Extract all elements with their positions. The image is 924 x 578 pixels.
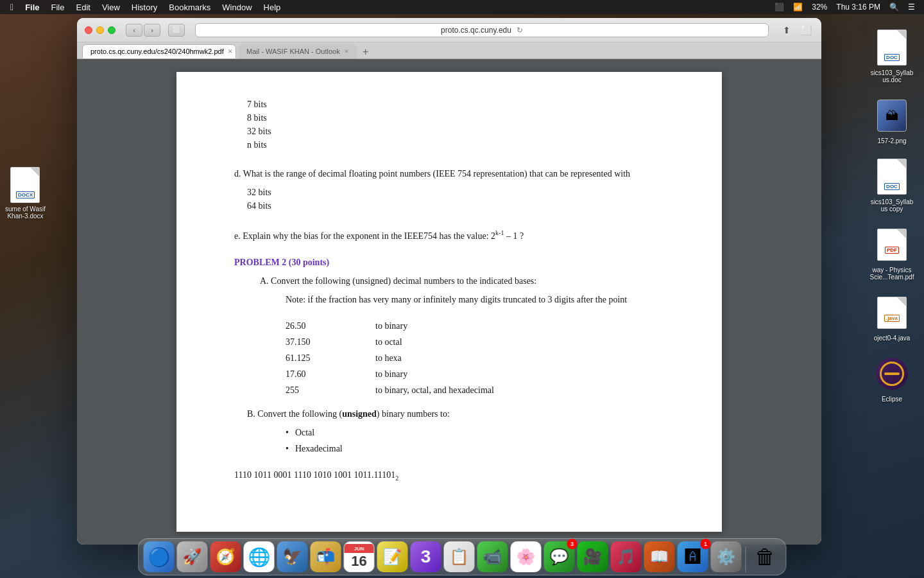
eclipse-line [884, 372, 900, 375]
tab-2-close[interactable]: ✕ [344, 48, 349, 55]
launchpad-icon: 🚀 [183, 548, 202, 566]
bullet-dot-2: • [286, 442, 289, 455]
eclipse-ring [880, 362, 904, 386]
tabs-bar: proto.cs.qc.cuny.edu/cs240/240hmwk2.pdf … [77, 42, 821, 59]
maximize-button[interactable] [108, 26, 116, 34]
reload-button[interactable]: ↻ [517, 26, 523, 35]
dock-settings[interactable]: ⚙️ [711, 541, 742, 572]
dock-calendar[interactable]: JUN 16 [344, 541, 375, 572]
question-d: d. What is the range of decimal floating… [234, 167, 677, 213]
dock-launchpad[interactable]: 🚀 [177, 541, 208, 572]
conv-row-5: 255 to binary, octal, and hexadecimal [286, 383, 677, 397]
nav-buttons: ‹ › [126, 24, 160, 37]
menubar-left:  File File Edit View History Bookmarks … [0, 1, 286, 13]
airplay-icon[interactable]: ⬛ [772, 1, 787, 13]
dock-evernote[interactable]: 🦅 [277, 541, 308, 572]
binary-subscript: 2 [395, 474, 398, 481]
java-img: .java [876, 293, 908, 332]
dock: 🔵 🚀 🧭 🌐 🦅 📬 JUN 16 📝 3 📋 📹 🌸 � [138, 538, 787, 575]
dock-photos[interactable]: 🌸 [511, 541, 542, 572]
conv-row-2: 37.150 to octal [286, 335, 677, 349]
search-icon[interactable]: 🔍 [887, 1, 902, 13]
menubar-edit[interactable]: Edit [71, 1, 95, 13]
dock-notepad[interactable]: 📋 [444, 541, 475, 572]
dock-facetime[interactable]: 📹 [477, 541, 508, 572]
forward-button[interactable]: › [144, 24, 160, 37]
question-e-text: e. Explain why the bias for the exponent… [234, 228, 677, 243]
menubar-help[interactable]: Help [259, 1, 286, 13]
desktop-icon-doc1[interactable]: DOC sics103_Syllabus.doc [866, 28, 918, 83]
menubar-window[interactable]: Window [217, 1, 257, 13]
dock-chrome[interactable]: 🌐 [244, 541, 275, 572]
conversion-table: 26.50 to binary 37.150 to octal 61.125 t… [286, 319, 677, 397]
unsigned-bold: unsigned [342, 409, 377, 419]
url-bar[interactable]: proto.cs.qc.cuny.edu ↻ [195, 23, 769, 37]
notepad-icon: 📋 [450, 548, 469, 566]
doc-corner [30, 168, 39, 177]
new-tab-button[interactable]: + [359, 46, 372, 58]
dock-trash[interactable]: 🗑 [750, 541, 781, 572]
dock-finder[interactable]: 🔵 [144, 541, 175, 572]
desktop-icon-pdf[interactable]: PDF way - PhysicsScie...Team.pdf [866, 225, 918, 281]
desktop-icon-java[interactable]: .java oject0-4.java [866, 293, 918, 342]
share-button[interactable]: ⬆ [779, 24, 794, 37]
conv-to-2: to octal [375, 335, 402, 349]
bullet-hex: • Hexadecimal [286, 442, 677, 455]
pdf-name: way - PhysicsScie...Team.pdf [870, 267, 914, 281]
left-icon-name: sume of WasifKhan-3.docx [5, 206, 46, 220]
menubar-view[interactable]: View [97, 1, 125, 13]
menubar-history[interactable]: History [126, 1, 162, 13]
dock-facetime2[interactable]: 🎥 [578, 541, 608, 572]
tab-overview-button[interactable]: ⬜ [168, 24, 185, 37]
facetime-icon: 📹 [483, 548, 502, 566]
pdf-corner [897, 229, 906, 238]
eclipse-name: Eclipse [882, 396, 902, 403]
tab-2-label: Mail - WASIF KHAN - Outlook [246, 48, 340, 55]
tab-1-close[interactable]: ✕ [228, 48, 233, 55]
line-nbits: n bits [247, 138, 677, 152]
menubar-right: ⬛ 📶 32% Thu 3:16 PM 🔍 ☰ [772, 1, 924, 13]
control-center-icon[interactable]: ☰ [905, 1, 918, 13]
dock-books[interactable]: 📖 [644, 541, 675, 572]
png-img: 🏔 [876, 96, 908, 135]
desktop-icon-doc2[interactable]: DOC sics103_Syllabus copy [866, 157, 918, 213]
dock-appstore[interactable]: 🅰 1 [678, 541, 708, 572]
binary-line: 1110 1011 0001 1110 1010 1001 1011.11101… [234, 468, 677, 483]
left-doc-icon: DOCX [10, 167, 40, 203]
tab-2[interactable]: Mail - WASIF KHAN - Outlook ✕ [239, 44, 357, 58]
dock-safari[interactable]: 🧭 [210, 541, 241, 572]
tab-1[interactable]: proto.cs.qc.cuny.edu/cs240/240hmwk2.pdf … [82, 44, 236, 58]
menubar-bookmarks[interactable]: Bookmarks [164, 1, 216, 13]
eclipse-icon [876, 358, 908, 390]
java-name: oject0-4.java [874, 335, 911, 342]
desktop-icon-png[interactable]: 🏔 157-2.png [866, 96, 918, 144]
back-button[interactable]: ‹ [126, 24, 142, 37]
conv-row-1: 26.50 to binary [286, 319, 677, 333]
conv-row-4: 17.60 to binary [286, 367, 677, 381]
minimize-button[interactable] [96, 26, 104, 34]
left-desktop-icon[interactable]: DOCX sume of WasifKhan-3.docx [5, 167, 46, 220]
evernote-icon: 🦅 [283, 548, 302, 566]
apple-menu[interactable]:  [5, 2, 19, 12]
tab-1-label: proto.cs.qc.cuny.edu/cs240/240hmwk2.pdf [90, 48, 224, 55]
dock-notes[interactable]: 📝 [377, 541, 408, 572]
doc2-img: DOC [876, 157, 908, 196]
doc1-label: DOC [884, 54, 900, 61]
close-button[interactable] [85, 26, 92, 34]
new-window-button[interactable]: ⬜ [798, 24, 814, 37]
dock-num3[interactable]: 3 [411, 541, 441, 572]
pdf-area[interactable]: 7 bits 8 bits 32 bits n bits d. What is … [77, 59, 821, 545]
calendar-month: JUN [345, 544, 374, 553]
dock-messages[interactable]: 💬 3 [544, 541, 575, 572]
conv-to-5: to binary, octal, and hexadecimal [375, 383, 494, 397]
desktop-icon-eclipse[interactable]: Eclipse [866, 355, 918, 403]
pdf-ext-label: PDF [885, 247, 899, 254]
dock-contacts[interactable]: 📬 [311, 541, 341, 572]
appstore-icon: 🅰 [685, 548, 701, 566]
problem2-a: A. Convert the following (unsigned) deci… [260, 274, 677, 306]
menubar-file[interactable]: File [46, 1, 70, 13]
java-icon: .java [877, 297, 907, 329]
doc1-icon: DOC [877, 30, 907, 66]
dock-music[interactable]: 🎵 [611, 541, 642, 572]
menubar-safari[interactable]: File [20, 1, 44, 13]
